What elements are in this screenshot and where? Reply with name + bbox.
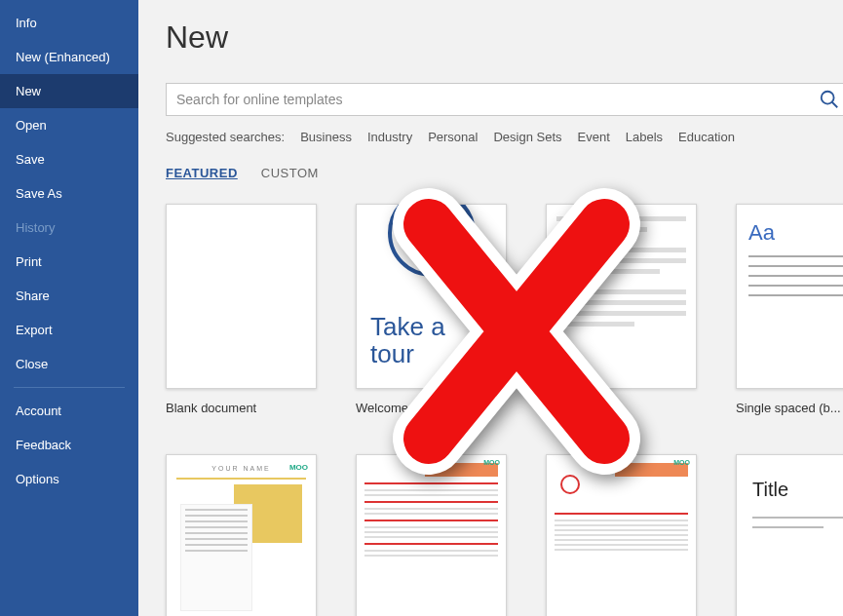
template-thumb: MOO YOUR NAME xyxy=(166,454,317,616)
template-resume[interactable]: MOO Polished resume,... xyxy=(356,454,507,616)
template-tabs: FEATURED CUSTOM xyxy=(166,166,843,184)
template-single-spaced[interactable]: Aa Single spaced (b... xyxy=(736,204,843,415)
sidebar-item-new[interactable]: New xyxy=(0,74,138,108)
sidebar-item-share[interactable]: Share xyxy=(0,279,138,313)
suggest-education[interactable]: Education xyxy=(678,130,735,144)
sidebar-item-options[interactable]: Options xyxy=(0,462,138,496)
sidebar-item-open[interactable]: Open xyxy=(0,108,138,142)
sidebar: Info New (Enhanced) New Open Save Save A… xyxy=(0,0,138,616)
suggest-design-sets[interactable]: Design Sets xyxy=(493,130,561,144)
search-icon[interactable] xyxy=(817,87,842,112)
template-crisp[interactable]: MOO YOUR NAME Crisp and clean c... xyxy=(166,454,317,616)
template-welcome[interactable]: Take atour Welcome to Word xyxy=(356,204,507,415)
template-thumb: Aa xyxy=(736,204,843,389)
tour-text-2: tour xyxy=(370,339,414,368)
suggest-personal[interactable]: Personal xyxy=(428,130,478,144)
template-thumb xyxy=(166,204,317,389)
template-thumb: Title xyxy=(736,454,843,616)
template-thumb: MOO xyxy=(356,454,507,616)
suggested-searches: Suggested searches: Business Industry Pe… xyxy=(166,130,843,144)
sidebar-item-save-as[interactable]: Save As xyxy=(0,176,138,211)
suggest-event[interactable]: Event xyxy=(578,130,610,144)
moo-badge: MOO xyxy=(483,459,500,466)
suggest-business[interactable]: Business xyxy=(300,130,352,144)
template-blog[interactable]: Title Blog post xyxy=(736,454,843,616)
template-label: Blank document xyxy=(166,401,256,415)
template-cover-letter[interactable]: MOO Polished cover le... xyxy=(546,454,697,616)
tab-featured[interactable]: FEATURED xyxy=(166,166,238,184)
your-name-text: YOUR NAME xyxy=(176,465,306,472)
main-content: New Suggested searches: Business Industr… xyxy=(138,0,843,616)
suggested-label: Suggested searches: xyxy=(166,130,285,144)
template-grid: Blank document Take atour Welcome to Wor… xyxy=(166,204,843,616)
sidebar-item-export[interactable]: Export xyxy=(0,313,138,347)
svg-line-1 xyxy=(832,102,838,108)
sidebar-item-info[interactable]: Info xyxy=(0,6,138,40)
sidebar-item-history: History xyxy=(0,211,138,245)
suggest-industry[interactable]: Industry xyxy=(367,130,412,144)
suggest-labels[interactable]: Labels xyxy=(626,130,663,144)
moo-badge: MOO xyxy=(673,459,690,466)
blog-title-text: Title xyxy=(752,479,843,501)
template-thumb xyxy=(546,204,697,389)
sidebar-item-print[interactable]: Print xyxy=(0,245,138,279)
sidebar-item-new-enhanced[interactable]: New (Enhanced) xyxy=(0,40,138,74)
page-title: New xyxy=(166,19,843,56)
template-blank[interactable]: Blank document xyxy=(166,204,317,415)
moo-badge: MOO xyxy=(289,463,308,472)
aa-text: Aa xyxy=(748,220,843,246)
template-label: ss Add-in L... xyxy=(546,401,619,415)
template-thumb: Take atour xyxy=(356,204,507,389)
svg-point-0 xyxy=(822,92,834,104)
search-wrap xyxy=(166,83,843,116)
sidebar-divider xyxy=(14,387,125,388)
sidebar-item-account[interactable]: Account xyxy=(0,394,138,428)
sidebar-item-save[interactable]: Save xyxy=(0,142,138,176)
sidebar-item-feedback[interactable]: Feedback xyxy=(0,428,138,462)
search-input[interactable] xyxy=(166,83,843,116)
template-label: Single spaced (b... xyxy=(736,401,841,415)
tab-custom[interactable]: CUSTOM xyxy=(261,166,319,184)
sidebar-item-close[interactable]: Close xyxy=(0,347,138,381)
template-thumb: MOO xyxy=(546,454,697,616)
template-label: Welcome to Word xyxy=(356,401,456,415)
template-addin[interactable]: ss Add-in L... xyxy=(546,204,697,415)
tour-text-1: Take a xyxy=(370,312,445,341)
